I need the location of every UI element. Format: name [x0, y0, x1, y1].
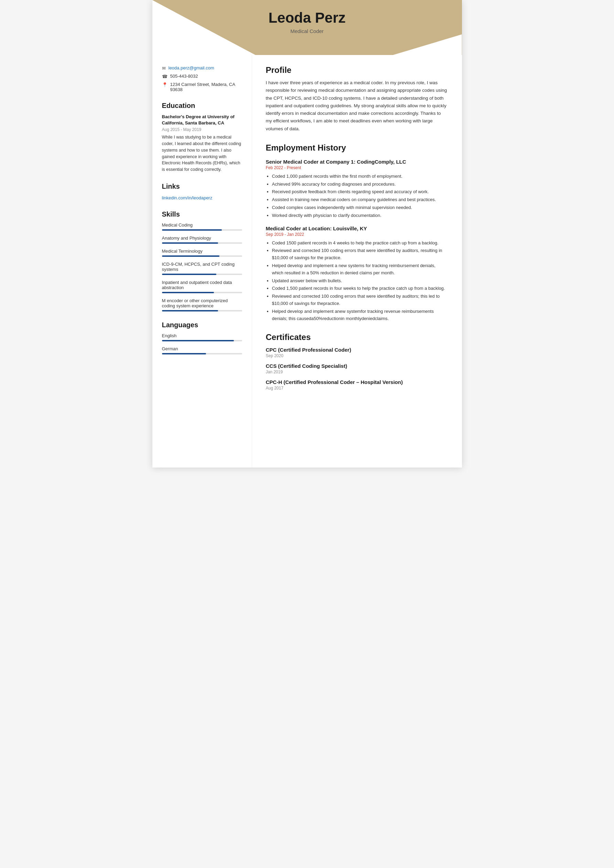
job-title: Medical Coder at Location: Louisville, K… — [266, 226, 448, 231]
candidate-title: Medical Coder — [152, 28, 462, 34]
edu-dates: Aug 2015 - May 2019 — [162, 127, 242, 132]
edu-description: While I was studying to be a medical cod… — [162, 134, 242, 173]
skill-bar-fill — [162, 292, 214, 293]
job-bullets: Coded 1500 patient records in 4 weeks to… — [266, 240, 448, 322]
job-bullet: Helped develop and implement a new syste… — [272, 262, 448, 277]
linkedin-link[interactable]: linkedin.com/in/leodaperz — [162, 195, 213, 200]
skill-name: Medical Coding — [162, 222, 242, 228]
job-title: Senior Medical Coder at Company 1: Codin… — [266, 159, 448, 165]
lang-bar-bg — [162, 340, 242, 341]
skill-bar-bg — [162, 274, 242, 275]
job-bullet: Coded 1,500 patient records in four week… — [272, 285, 448, 292]
profile-text: I have over three years of experience as… — [266, 79, 448, 133]
phone-icon: ☎ — [162, 74, 168, 79]
skill-item: M encoder or other computerized coding s… — [162, 298, 242, 312]
skill-bar-fill — [162, 256, 220, 257]
header-center: Leoda Perz Medical Coder — [152, 0, 462, 34]
skills-section: Skills Medical Coding Anatomy and Physio… — [162, 210, 242, 312]
job-bullet: Worked directly with physician to clarif… — [272, 212, 448, 219]
main-content: Profile I have over three years of exper… — [252, 55, 462, 468]
resume-container: Leoda Perz Medical Coder ✉ leoda.perz@gm… — [152, 0, 462, 468]
job-date: Sep 2019 - Jan 2022 — [266, 232, 448, 237]
education-title: Education — [162, 102, 242, 110]
language-item: English — [162, 333, 242, 341]
job-bullet: Helped develop and implement anew system… — [272, 308, 448, 322]
skill-bar-bg — [162, 292, 242, 293]
skill-name: Inpatient and outpatient coded data abst… — [162, 280, 242, 290]
job-entry: Senior Medical Coder at Company 1: Codin… — [266, 159, 448, 219]
job-bullet: Reviewed and corrected 100 coding errors… — [272, 293, 448, 307]
job-bullets: Coded 1,000 patient records within the f… — [266, 173, 448, 219]
skill-name: Anatomy and Physiology — [162, 236, 242, 241]
sidebar: ✉ leoda.perz@gmail.com ☎ 505-443-8032 📍 … — [152, 55, 252, 468]
email-contact: ✉ leoda.perz@gmail.com — [162, 65, 242, 71]
languages-section: Languages English German — [162, 321, 242, 354]
certs-list: CPC (Certified Professional Coder) Sep 2… — [266, 347, 448, 391]
lang-bar-fill — [162, 340, 234, 341]
cert-entry: CPC (Certified Professional Coder) Sep 2… — [266, 347, 448, 358]
header-background: Leoda Perz Medical Coder — [152, 0, 462, 55]
phone-number: 505-443-8032 — [170, 74, 198, 79]
cert-entry: CCS (Certified Coding Specialist) Jan 20… — [266, 363, 448, 374]
skill-bar-bg — [162, 242, 242, 244]
address-contact: 📍 1234 Carmel Street, Madera, CA 93638 — [162, 82, 242, 92]
skill-bar-fill — [162, 274, 216, 275]
cert-entry: CPC-H (Certified Professional Coder – Ho… — [266, 379, 448, 391]
skill-item: Medical Terminology — [162, 248, 242, 257]
skill-bar-bg — [162, 310, 242, 312]
certificates-title: Certificates — [266, 332, 448, 342]
candidate-name: Leoda Perz — [152, 9, 462, 26]
job-date: Feb 2022 - Present — [266, 165, 448, 170]
skill-bar-bg — [162, 256, 242, 257]
skill-bar-fill — [162, 229, 222, 231]
header-triangle-right — [393, 34, 462, 55]
employment-title: Employment History — [266, 143, 448, 153]
skill-item: Anatomy and Physiology — [162, 236, 242, 244]
language-name: English — [162, 333, 242, 338]
job-bullet: Received positive feedback from clients … — [272, 188, 448, 195]
phone-contact: ☎ 505-443-8032 — [162, 74, 242, 79]
location-icon: 📍 — [162, 82, 168, 87]
skill-name: Medical Terminology — [162, 248, 242, 254]
skill-item: ICD-9-CM, HCPCS, and CPT coding systems — [162, 262, 242, 275]
cert-title: CPC (Certified Professional Coder) — [266, 347, 448, 353]
lang-bar-fill — [162, 353, 206, 354]
skill-bar-fill — [162, 242, 218, 244]
skill-name: ICD-9-CM, HCPCS, and CPT coding systems — [162, 262, 242, 272]
email-icon: ✉ — [162, 66, 166, 71]
edu-degree: Bachelor's Degree at University of Calif… — [162, 114, 242, 126]
links-title: Links — [162, 183, 242, 191]
job-bullet: Coded 1500 patient records in 4 weeks to… — [272, 240, 448, 247]
content-area: ✉ leoda.perz@gmail.com ☎ 505-443-8032 📍 … — [152, 55, 462, 468]
job-bullet: Updated answer below with bullets. — [272, 277, 448, 285]
job-entry: Medical Coder at Location: Louisville, K… — [266, 226, 448, 322]
skill-item: Medical Coding — [162, 222, 242, 231]
cert-title: CPC-H (Certified Professional Coder – Ho… — [266, 379, 448, 385]
skill-item: Inpatient and outpatient coded data abst… — [162, 280, 242, 293]
job-bullet: Reviewed and corrected 100 coding errors… — [272, 247, 448, 262]
jobs-list: Senior Medical Coder at Company 1: Codin… — [266, 159, 448, 322]
job-bullet: Achieved 99% accuracy for coding diagnos… — [272, 181, 448, 188]
profile-title: Profile — [266, 65, 448, 75]
profile-section: Profile I have over three years of exper… — [266, 65, 448, 133]
email-link[interactable]: leoda.perz@gmail.com — [169, 65, 214, 70]
skill-bar-fill — [162, 310, 218, 312]
skills-list: Medical Coding Anatomy and Physiology Me… — [162, 222, 242, 312]
languages-list: English German — [162, 333, 242, 354]
certificates-section: Certificates CPC (Certified Professional… — [266, 332, 448, 391]
links-section: Links linkedin.com/in/leodaperz — [162, 183, 242, 201]
languages-title: Languages — [162, 321, 242, 329]
job-bullet: Coded 1,000 patient records within the f… — [272, 173, 448, 180]
skill-bar-bg — [162, 229, 242, 231]
employment-section: Employment History Senior Medical Coder … — [266, 143, 448, 322]
language-name: German — [162, 346, 242, 351]
job-bullet: Coded complex cases independently with m… — [272, 204, 448, 211]
address-text: 1234 Carmel Street, Madera, CA 93638 — [170, 82, 242, 92]
language-item: German — [162, 346, 242, 354]
cert-date: Sep 2020 — [266, 353, 448, 358]
cert-date: Jan 2019 — [266, 370, 448, 374]
lang-bar-bg — [162, 353, 242, 354]
education-section: Education Bachelor's Degree at Universit… — [162, 102, 242, 173]
cert-date: Aug 2017 — [266, 386, 448, 391]
skills-title: Skills — [162, 210, 242, 218]
